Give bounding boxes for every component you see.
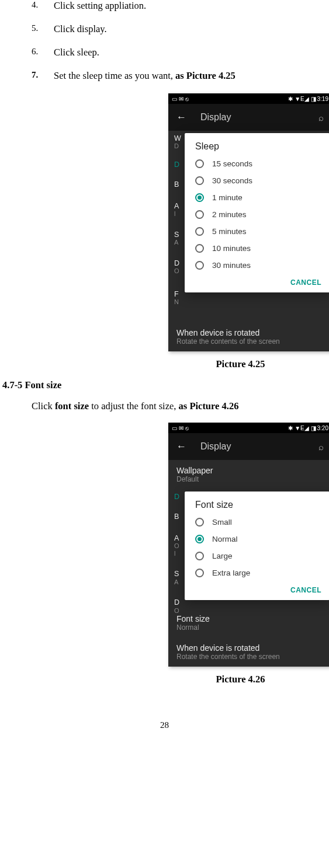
status-icons-left-icon: ▭ ✉ ⎋ [172, 425, 189, 431]
status-icons-right-icon: ✱ ▼E◢ ◨ [288, 425, 316, 431]
step-4: 4. Click setting appliation. [2, 0, 327, 12]
step-text: Set the sleep time as you want, as Pictu… [54, 70, 236, 82]
step-number: 6. [32, 47, 54, 58]
app-bar: ← Display ⌕ [168, 104, 329, 131]
fontsize-setting[interactable]: Font size Normal [168, 608, 329, 637]
screenshot-fontsize-dialog: ▭ ✉ ⎋ ✱ ▼E◢ ◨ 3:20 ← Display ⌕ Wallpaper… [168, 423, 329, 667]
app-bar-title: Display [200, 112, 231, 123]
step-number: 5. [32, 23, 54, 35]
radio-5m[interactable]: 5 minutes [185, 223, 329, 240]
status-bar: ▭ ✉ ⎋ ✱ ▼E◢ ◨ 3:20 [168, 423, 329, 433]
step-text: Click display. [54, 23, 107, 35]
paragraph-font-size: Click font size to adjust the font size,… [2, 400, 327, 412]
sleep-dialog: Sleep 15 seconds 30 seconds 1 minute 2 m… [185, 133, 329, 292]
radio-15s[interactable]: 15 seconds [185, 155, 329, 172]
step-text: Click sleep. [54, 47, 99, 58]
radio-normal[interactable]: Normal [185, 531, 329, 548]
status-bar: ▭ ✉ ⎋ ✱ ▼E◢ ◨ 3:19 [168, 93, 329, 104]
radio-extralarge[interactable]: Extra large [185, 564, 329, 581]
figure-caption-2: Picture 4.26 [2, 674, 327, 685]
cancel-button[interactable]: CANCEL [290, 586, 321, 594]
step-text: Click setting appliation. [54, 0, 146, 12]
cancel-button[interactable]: CANCEL [290, 278, 321, 287]
app-bar: ← Display ⌕ [168, 433, 329, 460]
back-icon[interactable]: ← [176, 441, 186, 452]
status-time: 3:20 [317, 425, 328, 431]
radio-2m[interactable]: 2 minutes [185, 206, 329, 223]
page-number: 28 [2, 720, 327, 730]
step-7: 7. Set the sleep time as you want, as Pi… [2, 70, 327, 82]
dialog-title: Sleep [185, 141, 329, 155]
search-icon[interactable]: ⌕ [318, 113, 324, 123]
radio-10m[interactable]: 10 minutes [185, 240, 329, 257]
wallpaper-setting[interactable]: Wallpaper Default [168, 460, 329, 489]
rotation-setting[interactable]: When device is rotated Rotate the conten… [168, 637, 329, 667]
status-time: 3:19 [317, 96, 328, 102]
status-icons-left-icon: ▭ ✉ ⎋ [172, 96, 189, 102]
section-heading: 4.7-5 Font size [2, 379, 327, 391]
screenshot-sleep-dialog: ▭ ✉ ⎋ ✱ ▼E◢ ◨ 3:19 ← Display ⌕ WD D [168, 93, 329, 351]
step-number: 7. [32, 70, 54, 82]
step-number: 4. [32, 0, 54, 12]
search-icon[interactable]: ⌕ [318, 442, 324, 452]
radio-30m[interactable]: 30 minutes [185, 257, 329, 274]
app-bar-title: Display [200, 441, 231, 452]
step-5: 5. Click display. [2, 23, 327, 35]
rotation-setting[interactable]: When device is rotated Rotate the conten… [168, 322, 329, 351]
radio-large[interactable]: Large [185, 548, 329, 564]
radio-30s[interactable]: 30 seconds [185, 172, 329, 189]
status-icons-right-icon: ✱ ▼E◢ ◨ [288, 96, 316, 102]
back-icon[interactable]: ← [176, 111, 186, 123]
figure-caption-1: Picture 4.25 [2, 358, 327, 370]
radio-1m[interactable]: 1 minute [185, 189, 329, 206]
step-6: 6. Click sleep. [2, 47, 327, 58]
radio-small[interactable]: Small [185, 514, 329, 531]
fontsize-dialog: Font size Small Normal Large Extra large… [185, 491, 329, 600]
dialog-title: Font size [185, 500, 329, 514]
